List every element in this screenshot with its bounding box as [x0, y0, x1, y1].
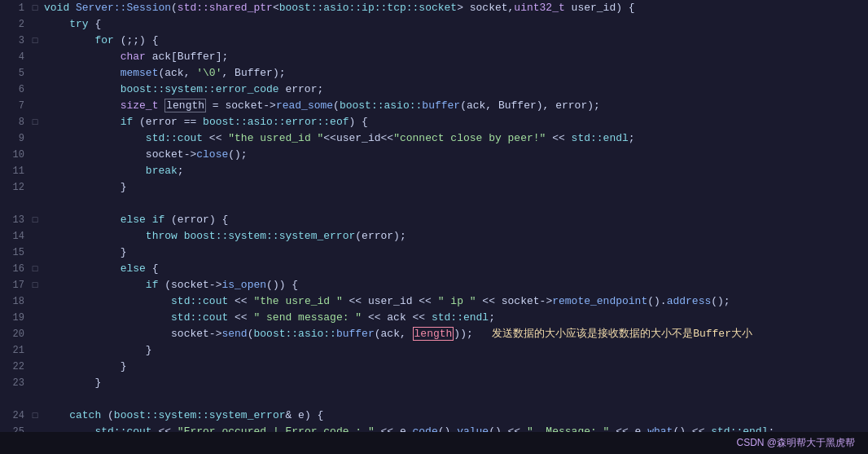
fold-icon[interactable]: □: [29, 114, 41, 130]
code-line: 21 }: [0, 342, 868, 359]
fold-icon[interactable]: □: [29, 261, 41, 277]
code-content: }: [41, 179, 868, 196]
code-content: std::cout << "the usred_id "<<user_id<<"…: [41, 130, 868, 147]
code-content: boost::system::error_code error;: [41, 82, 868, 98]
code-content: socket->send(boost::asio::buffer(ack, le…: [41, 326, 868, 342]
line-number: 3: [0, 33, 29, 49]
line-number: 13: [0, 212, 29, 228]
footer: CSDN @森明帮大于黑虎帮: [0, 432, 868, 454]
code-line: 24□ catch (boost::system::system_error& …: [0, 408, 868, 424]
line-number: 19: [0, 310, 29, 326]
code-content: socket->close();: [41, 147, 868, 163]
code-content: void Server::Session(std::shared_ptr<boo…: [41, 0, 868, 16]
line-number: 2: [0, 16, 29, 33]
code-content: throw boost::system::system_error(error)…: [41, 228, 868, 245]
code-line: 4 char ack[Buffer];: [0, 49, 868, 65]
fold-icon[interactable]: □: [29, 277, 41, 293]
annotation-text: 发送数据的大小应该是接收数据的大小不是Buffer大小: [473, 328, 752, 340]
line-number: 16: [0, 261, 29, 277]
code-content: }: [41, 245, 868, 261]
code-content: }: [41, 342, 868, 359]
line-number: 21: [0, 342, 29, 359]
line-number: 11: [0, 163, 29, 179]
code-line: 13□ else if (error) {: [0, 212, 868, 228]
highlight-length: length: [164, 99, 206, 112]
line-number: 7: [0, 98, 29, 114]
code-content: }: [41, 375, 868, 391]
code-line: 16□ else {: [0, 261, 868, 277]
code-line: 2 try {: [0, 16, 868, 33]
code-content: for (;;) {: [41, 33, 868, 49]
code-content: size_t length = socket->read_some(boost:…: [41, 98, 868, 114]
line-number: 12: [0, 179, 29, 196]
line-number: 24: [0, 408, 29, 424]
line-number: 9: [0, 130, 29, 147]
code-line: 23 }: [0, 375, 868, 391]
code-line: 8□ if (error == boost::asio::error::eof)…: [0, 114, 868, 130]
line-number: 5: [0, 65, 29, 82]
line-number: 4: [0, 49, 29, 65]
code-line: 11 break;: [0, 163, 868, 179]
line-number: 23: [0, 375, 29, 391]
line-number: 14: [0, 228, 29, 245]
line-number: 6: [0, 82, 29, 98]
code-content: break;: [41, 163, 868, 179]
line-number: 22: [0, 359, 29, 375]
code-content: [41, 196, 868, 212]
code-content: else {: [41, 261, 868, 277]
code-content: try {: [41, 16, 868, 33]
code-line: [0, 196, 868, 212]
fold-icon[interactable]: □: [29, 212, 41, 228]
code-line: 6 boost::system::error_code error;: [0, 82, 868, 98]
code-editor: 1□void Server::Session(std::shared_ptr<b…: [0, 0, 868, 432]
code-content: else if (error) {: [41, 212, 868, 228]
fold-icon[interactable]: □: [29, 0, 41, 16]
line-number: 1: [0, 0, 29, 16]
highlight-length2: length: [413, 327, 454, 341]
line-number: 10: [0, 147, 29, 163]
footer-brand: CSDN @森明帮大于黑虎帮: [736, 436, 855, 450]
code-line: 15 }: [0, 245, 868, 261]
code-line: 14 throw boost::system::system_error(err…: [0, 228, 868, 245]
fold-icon[interactable]: □: [29, 408, 41, 424]
line-number: 18: [0, 293, 29, 310]
code-line: [0, 391, 868, 408]
code-line: 10 socket->close();: [0, 147, 868, 163]
line-number: 17: [0, 277, 29, 293]
code-line: 5 memset(ack, '\0', Buffer);: [0, 65, 868, 82]
code-content: std::cout << " send message: " << ack <<…: [41, 310, 868, 326]
code-line: 22 }: [0, 359, 868, 375]
code-content: }: [41, 359, 868, 375]
code-line: 17□ if (socket->is_open()) {: [0, 277, 868, 293]
code-content: char ack[Buffer];: [41, 49, 868, 65]
code-line: 19 std::cout << " send message: " << ack…: [0, 310, 868, 326]
code-content: if (error == boost::asio::error::eof) {: [41, 114, 868, 130]
code-content: std::cout << "Error occured ! Error code…: [41, 424, 868, 432]
code-line: 20 socket->send(boost::asio::buffer(ack,…: [0, 326, 868, 342]
code-content: std::cout << "the usre_id " << user_id <…: [41, 293, 868, 310]
code-content: if (socket->is_open()) {: [41, 277, 868, 293]
code-line: 7 size_t length = socket->read_some(boos…: [0, 98, 868, 114]
code-line: 3□ for (;;) {: [0, 33, 868, 49]
fold-icon[interactable]: □: [29, 33, 41, 49]
code-content: [41, 391, 868, 408]
code-content: memset(ack, '\0', Buffer);: [41, 65, 868, 82]
code-line: 9 std::cout << "the usred_id "<<user_id<…: [0, 130, 868, 147]
line-number: 20: [0, 326, 29, 342]
code-line: 18 std::cout << "the usre_id " << user_i…: [0, 293, 868, 310]
line-number: 8: [0, 114, 29, 130]
code-line: 25 std::cout << "Error occured ! Error c…: [0, 424, 868, 432]
code-content: catch (boost::system::system_error& e) {: [41, 408, 868, 424]
code-line: 1□void Server::Session(std::shared_ptr<b…: [0, 0, 868, 16]
line-number: 25: [0, 424, 29, 432]
line-number: 15: [0, 245, 29, 261]
code-line: 12 }: [0, 179, 868, 196]
